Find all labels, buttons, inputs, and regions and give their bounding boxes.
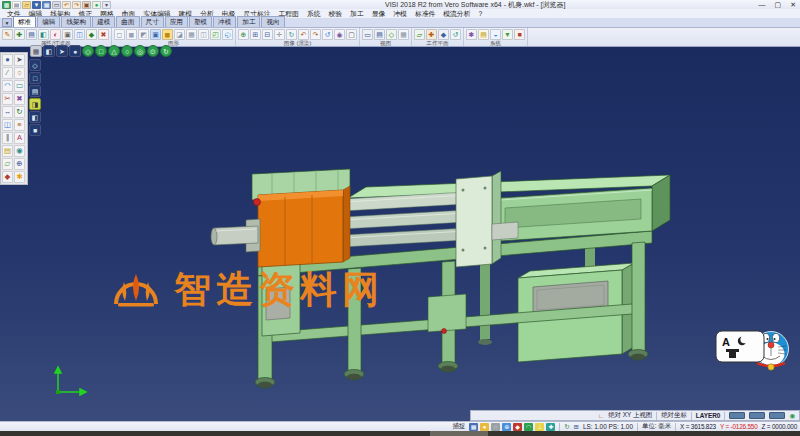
dimension-tool-icon[interactable]: ∥ [2,132,13,144]
snap-tangent-icon[interactable]: ◠ [524,423,533,431]
snap-mid-icon[interactable]: ◌ [491,423,500,431]
snap-tool-icon[interactable]: ⊕ [14,158,25,170]
units-indicator[interactable]: 单位: 毫米 [642,422,671,431]
origin-triad [55,367,86,395]
doraemon-bubble-letter: A [722,336,730,348]
view-mode-indicator[interactable]: 绝对 XY 上视图 [608,411,652,420]
view-toolbar-horizontal: ▦◧➤●◇□△○◎⊙↻ [30,45,172,57]
grid-icon[interactable]: ⊞ [574,423,579,431]
erase-tool-icon[interactable]: ✖ [14,93,25,105]
world-icon[interactable]: ◉ [789,412,795,420]
arc-tool-icon[interactable]: ◠ [2,80,13,92]
layer-tool-icon[interactable]: ▤ [2,145,13,157]
orient-right-icon[interactable]: ○ [121,45,133,57]
coordinate-x: X = 3615.823 [680,423,716,430]
scale-indicator: LS: 1.00 PS: 1.00 [583,423,633,430]
orient-left-icon[interactable]: ◎ [134,45,146,57]
coordinate-z: Z = 0000.000 [762,423,797,430]
plane-tool-icon[interactable]: ▱ [2,158,13,170]
visi-application-window: ▩▤▱▼▦▭↶↷▣●▾ VISI 2018 R2 from Vero Softw… [0,0,800,436]
color-swatch-2[interactable] [749,412,765,419]
circle-tool-icon[interactable]: ○ [14,67,25,79]
cube-iso-icon[interactable]: ◇ [29,59,41,71]
line-tool-icon[interactable]: ∕ [2,67,13,79]
machine-headstock [252,169,350,267]
cube-top-icon[interactable]: ▤ [29,85,41,97]
rotate-tool-icon[interactable]: ↻ [14,106,25,118]
taskbar-segment [430,431,488,436]
orient-top-icon[interactable]: △ [108,45,120,57]
point-tool-icon[interactable]: ● [2,54,13,66]
cube-back-icon[interactable]: ■ [29,124,41,136]
machine-column [262,262,300,336]
text-tool-icon[interactable]: A [14,132,25,144]
machine-mid-bracket [428,294,466,334]
orient-back-icon[interactable]: ⊙ [147,45,159,57]
snap-perp-icon[interactable]: ⊥ [535,423,544,431]
cube-right-icon[interactable]: ◨ [29,98,41,110]
trim-tool-icon[interactable]: ✂ [2,93,13,105]
workplane-status-bar: ∟ 绝对 XY 上视图 绝对坐标 LAYER0 ◉ [470,410,800,421]
clock-icon[interactable]: ↻ [564,423,569,431]
coordinate-mode-indicator[interactable]: 绝对坐标 [661,411,687,420]
view-user-icon[interactable]: ● [69,45,81,57]
orient-iso-icon[interactable]: ◇ [82,45,94,57]
options-tool-icon[interactable]: ✱ [14,171,25,183]
view-tool-icon[interactable]: ◉ [14,145,25,157]
select-tool-icon[interactable]: ➤ [14,54,25,66]
status-bar: 捕捉 ▦●◌⊕◆◠⊥✚ ↻ ⊞ LS: 1.00 PS: 1.00 单位: 毫米… [0,421,800,431]
move-tool-icon[interactable]: ↔ [2,106,13,118]
coordinate-y: Y = -0126.550 [720,423,758,430]
orient-spin-icon[interactable]: ↻ [160,45,172,57]
snap-int-icon[interactable]: ✚ [546,423,555,431]
taskbar-strip [0,431,800,436]
snap-quad-icon[interactable]: ◆ [513,423,522,431]
snap-icons: ▦●◌⊕◆◠⊥✚ [469,423,555,431]
view-toolbar-vertical: ◇□▤◨◧■ [29,59,41,136]
snap-center-icon[interactable]: ⊕ [502,423,511,431]
view-arrow-icon[interactable]: ➤ [56,45,68,57]
active-layer-indicator[interactable]: LAYER0 [696,412,721,419]
view-cube-icon[interactable]: ◧ [43,45,55,57]
snap-point-icon[interactable]: ● [480,423,489,431]
orient-front-icon[interactable]: □ [95,45,107,57]
color-swatch-1[interactable] [729,412,745,419]
mirror-tool-icon[interactable]: ◫ [2,119,13,131]
left-tool-palette: ●➤∕○◠▭✂✖↔↻◫≡∥A▤◉▱⊕◆✱ [0,52,28,185]
machine-spindle [211,219,260,252]
machine-guide-rails [343,192,466,247]
measure-tool-icon[interactable]: ◆ [2,171,13,183]
snap-grid-icon[interactable]: ▦ [469,423,478,431]
offset-tool-icon[interactable]: ≡ [14,119,25,131]
cube-front-icon[interactable]: □ [29,72,41,84]
grid-display-icon[interactable]: ▦ [30,45,42,57]
machine-3d-model[interactable]: A [0,0,800,436]
angle-icon: ∟ [598,412,604,419]
snap-label: 捕捉 [452,422,465,431]
color-swatch-3[interactable] [769,412,785,419]
doraemon-widget[interactable]: A [716,331,789,370]
cube-left-icon[interactable]: ◧ [29,111,41,123]
rect-tool-icon[interactable]: ▭ [14,80,25,92]
